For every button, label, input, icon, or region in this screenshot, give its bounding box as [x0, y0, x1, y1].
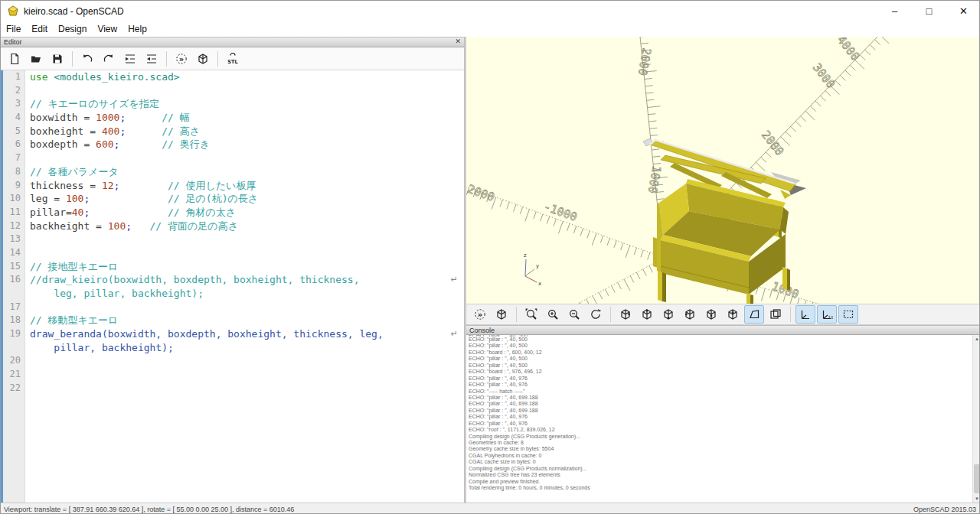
- menu-file[interactable]: File: [1, 22, 26, 37]
- line-wrap-icon: ↵: [451, 327, 458, 341]
- preview-icon: »: [474, 308, 486, 320]
- export-stl-button[interactable]: STL: [223, 50, 243, 68]
- view-back-button[interactable]: [723, 305, 743, 324]
- console-line: ECHO: "pillar : ", 40, 500: [466, 343, 980, 349]
- export-stl-icon: STL: [227, 53, 239, 65]
- reset-view-button[interactable]: [586, 305, 606, 324]
- code-line: use <modules_kieiro.scad>: [25, 70, 464, 84]
- toolbar-separator: [790, 307, 791, 322]
- zoom-all-button[interactable]: [521, 305, 541, 324]
- show-edges-button[interactable]: [838, 305, 858, 324]
- code-line: draw_beranda(boxwidth, boxdepth, boxheig…: [25, 327, 464, 341]
- save-button[interactable]: [47, 50, 67, 68]
- gizmo-z-label: z: [524, 252, 527, 259]
- version-text: OpenSCAD 2015.03: [913, 506, 976, 513]
- scroll-up-icon[interactable]: ▲: [973, 335, 980, 343]
- show-scale-button[interactable]: 10: [817, 305, 837, 324]
- indent-button[interactable]: [120, 50, 140, 68]
- console-scrollbar[interactable]: ▲ ▼: [972, 335, 980, 503]
- view-left-button[interactable]: [680, 305, 700, 324]
- redo-icon: [103, 53, 115, 65]
- render-button[interactable]: [193, 50, 213, 68]
- gizmo-x-label: x: [538, 281, 541, 287]
- editor-panel-title: Editor: [4, 38, 22, 46]
- new-file-icon: [8, 53, 21, 65]
- undo-button[interactable]: [77, 50, 97, 68]
- code-text[interactable]: use <modules_kieiro.scad> // キエーロのサイズを指定…: [25, 70, 464, 503]
- code-line: leg, pillar, backheight);: [25, 287, 464, 301]
- code-line: [25, 354, 464, 368]
- status-bar: Viewport: translate = [ 387.91 660.39 62…: [1, 503, 980, 514]
- line-number: 18: [3, 314, 24, 327]
- console-line: ECHO: "pillar : ", 40, 500: [466, 363, 980, 369]
- line-number: 16: [3, 273, 24, 287]
- view-left-icon: [684, 308, 696, 320]
- svg-text:10: 10: [828, 315, 834, 320]
- render-button[interactable]: [492, 305, 511, 324]
- viewport-3d[interactable]: 20001000200030004000-2000-10001000: [466, 37, 980, 304]
- redo-button[interactable]: [99, 50, 119, 68]
- editor-close-icon[interactable]: ✕: [455, 37, 461, 45]
- code-line: [25, 151, 464, 165]
- leg-front-right: [746, 293, 750, 304]
- line-number: 3: [3, 97, 24, 111]
- unindent-icon: [145, 53, 158, 65]
- console-line: ECHO: "pillar : ", 40, 976: [466, 376, 980, 382]
- perspective-button[interactable]: [744, 305, 764, 324]
- render-icon: [197, 53, 209, 65]
- view-front-button[interactable]: [701, 305, 721, 324]
- console-output[interactable]: ECHO: "pillar : ", 40, 500ECHO: "pillar …: [466, 335, 980, 503]
- close-button[interactable]: ✕: [946, 1, 980, 22]
- console-line: Normalized CSG tree has 23 elements: [466, 472, 980, 478]
- render-icon: [495, 308, 508, 320]
- preview-button[interactable]: »: [470, 305, 490, 324]
- menu-view[interactable]: View: [92, 22, 122, 37]
- orthogonal-button[interactable]: [766, 305, 786, 324]
- preview-button[interactable]: »: [172, 50, 191, 68]
- code-editor[interactable]: 12345678910111213141516 171819 202122 us…: [1, 70, 464, 503]
- window-title: kieiro.scad - OpenSCAD: [24, 6, 124, 17]
- gizmo-y-label: y: [536, 263, 539, 269]
- unindent-button[interactable]: [142, 50, 162, 68]
- zoom-out-button[interactable]: [564, 305, 584, 324]
- show-axes-button[interactable]: [795, 305, 815, 324]
- line-number: 13: [3, 233, 24, 246]
- line-number: 11: [3, 206, 24, 220]
- console-line: ECHO: "pillar : ", 40, 699.188: [466, 408, 980, 414]
- console-line: Compiling design (CSG Products generatio…: [466, 434, 980, 440]
- leg-back-right: [782, 267, 787, 290]
- zoom-in-button[interactable]: [543, 305, 563, 324]
- new-file-button[interactable]: [5, 50, 24, 68]
- maximize-button[interactable]: □: [912, 1, 946, 22]
- editor-panel-header[interactable]: Editor ✕: [1, 37, 464, 47]
- scroll-down-icon[interactable]: ▼: [973, 495, 980, 503]
- leg-front-left-side: [662, 272, 666, 302]
- scroll-thumb[interactable]: [974, 464, 980, 493]
- view-bottom-button[interactable]: [658, 305, 678, 324]
- minimize-button[interactable]: –: [877, 1, 912, 22]
- open-button[interactable]: [26, 50, 46, 68]
- viewport-status-text: Viewport: translate = [ 387.91 660.39 62…: [4, 506, 294, 513]
- console-panel-header[interactable]: Console: [466, 325, 980, 335]
- console-line: ECHO: "roof : ", 1171.2, 839.026, 12: [466, 427, 980, 433]
- view-top-icon: [641, 308, 653, 320]
- indent-icon: [124, 53, 136, 65]
- menu-design[interactable]: Design: [53, 22, 92, 37]
- title-bar: kieiro.scad - OpenSCAD – □ ✕: [1, 1, 980, 22]
- menu-help[interactable]: Help: [122, 22, 152, 37]
- code-line: [25, 368, 464, 382]
- toolbar-separator: [72, 51, 73, 67]
- console-line: Geometry cache size in bytes: 5504: [466, 446, 980, 452]
- zoom-in-icon: [547, 308, 559, 320]
- view-top-button[interactable]: [637, 305, 657, 324]
- zoom-all-icon: [525, 308, 537, 320]
- line-number: 4: [3, 111, 24, 125]
- line-number: 20: [3, 354, 24, 368]
- line-number: [3, 287, 24, 301]
- view-toolbar: »10: [466, 304, 980, 325]
- menu-edit[interactable]: Edit: [26, 22, 53, 37]
- line-number: 1: [3, 70, 24, 84]
- line-number-gutter: 12345678910111213141516 171819 202122: [3, 70, 25, 503]
- view-right-button[interactable]: [616, 305, 635, 324]
- code-line: [25, 233, 464, 246]
